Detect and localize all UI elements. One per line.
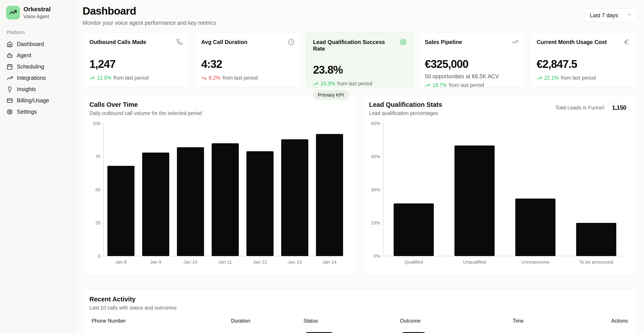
- svg-text:75: 75: [96, 154, 100, 159]
- charts-row: Calls Over Time Daily outbound call volu…: [82, 95, 637, 276]
- status-badge: Completed: [304, 332, 335, 333]
- sidebar-item-insights[interactable]: Insights: [5, 84, 70, 95]
- sidebar-item-settings[interactable]: Settings: [5, 106, 70, 117]
- kpi-title: Outbound Calls Made: [90, 39, 146, 45]
- bot-icon: [7, 52, 13, 59]
- kpi-icon-wrap: [288, 39, 294, 46]
- period-selector[interactable]: Last 7 days: [584, 8, 637, 22]
- main-content: Dashboard Monitor your voice agent perfo…: [76, 0, 644, 333]
- trending-up-icon: [425, 83, 430, 88]
- svg-text:Jan 13: Jan 13: [288, 259, 302, 265]
- sidebar-item-label: Insights: [17, 86, 36, 92]
- trending-up-icon: [9, 8, 17, 17]
- svg-text:Unresponsive: Unresponsive: [521, 259, 550, 265]
- column-header-phone-number: Phone Number: [92, 318, 231, 324]
- kpi-card-current-month-usage-cost: Current Month Usage Cost€2,847.522.1%fro…: [530, 32, 637, 88]
- trending-down-icon: [201, 75, 206, 81]
- lightbulb-icon: [7, 86, 13, 92]
- kpi-value: €2,847.5: [537, 58, 630, 70]
- recent-activity-title: Recent Activity: [90, 296, 630, 303]
- primary-kpi-badge: Primary KPI: [313, 90, 348, 100]
- svg-text:Qualified: Qualified: [404, 259, 423, 265]
- total-leads-label: Total Leads in Funnel:: [555, 105, 605, 111]
- lead-qualification-card: Lead Qualification Stats Lead qualificat…: [362, 95, 637, 276]
- kpi-icon-wrap: [176, 39, 183, 46]
- table-row: +1 (555) 123-45675:23CompletedQualified2…: [90, 328, 630, 333]
- trending-up-icon: [537, 75, 542, 81]
- sidebar-item-label: Settings: [17, 109, 37, 115]
- sidebar-section-label: Platform: [7, 30, 70, 35]
- recent-activity-table: Phone NumberDurationStatusOutcomeTimeAct…: [90, 315, 630, 333]
- svg-text:50: 50: [96, 187, 100, 192]
- svg-text:Unqualified: Unqualified: [463, 259, 486, 265]
- table-header-row: Phone NumberDurationStatusOutcomeTimeAct…: [90, 315, 630, 328]
- svg-text:0%: 0%: [373, 253, 380, 259]
- sidebar-item-dashboard[interactable]: Dashboard: [5, 38, 70, 50]
- kpi-trend-value: 22.1%: [544, 75, 558, 81]
- kpi-trend: 12.5%from last period: [90, 75, 183, 81]
- calls-over-time-chart: 0255075100Jan 8Jan 9Jan 10Jan 11Jan 12Ja…: [90, 120, 350, 266]
- trending-up-icon: [90, 75, 95, 81]
- brand-tagline: Voice Agent: [24, 14, 51, 19]
- svg-text:To be processed: To be processed: [579, 259, 613, 265]
- kpi-trend: 18.7%from last period: [425, 82, 518, 88]
- svg-text:15%: 15%: [371, 220, 380, 225]
- lead-chart-title: Lead Qualification Stats: [369, 101, 442, 108]
- kpi-icon-wrap: [624, 39, 630, 46]
- sidebar-item-label: Dashboard: [17, 41, 44, 47]
- calls-over-time-card: Calls Over Time Daily outbound call volu…: [82, 95, 358, 276]
- page-title: Dashboard: [82, 5, 637, 17]
- sidebar-item-integrations[interactable]: Integrations: [5, 72, 70, 84]
- calls-chart-subtitle: Daily outbound call volume for the selec…: [90, 110, 202, 116]
- euro-icon: [624, 39, 630, 45]
- clock-icon: [288, 39, 294, 45]
- calendar-icon: [7, 64, 13, 70]
- svg-text:60%: 60%: [371, 121, 380, 126]
- kpi-trend-value: 12.5%: [97, 75, 111, 81]
- trending-up-icon: [7, 75, 13, 81]
- recent-activity-card: Recent Activity Last 10 calls with statu…: [82, 289, 637, 333]
- outcome-badge: Qualified: [400, 332, 427, 333]
- column-header-time: Time: [512, 318, 606, 324]
- column-header-status: Status: [304, 318, 400, 324]
- period-selector-value: Last 7 days: [590, 12, 618, 18]
- svg-text:Jan 9: Jan 9: [150, 259, 161, 265]
- kpi-trend-label: from last period: [449, 82, 484, 88]
- svg-text:100: 100: [93, 121, 100, 126]
- sidebar-item-agent[interactable]: Agent: [5, 50, 70, 61]
- sidebar-item-label: Billing/Usage: [17, 97, 49, 104]
- kpi-card-row: Outbound Calls Made1,24712.5%from last p…: [82, 32, 637, 88]
- column-header-outcome: Outcome: [400, 318, 512, 324]
- kpi-card-lead-qualification-success-rate: Lead Qualification Success Rate23.8%15.3…: [306, 32, 413, 88]
- kpi-title: Avg Call Duration: [201, 39, 248, 45]
- sidebar-item-billing-usage[interactable]: Billing/Usage: [5, 95, 70, 106]
- kpi-icon-wrap: [400, 39, 406, 46]
- kpi-trend-value: 8.2%: [209, 75, 220, 81]
- kpi-subvalue: 50 opportunities at €6.5K ACV: [425, 73, 518, 80]
- kpi-trend-label: from last period: [223, 75, 258, 81]
- svg-text:Jan 14: Jan 14: [322, 259, 336, 265]
- kpi-title: Sales Pipeline: [425, 39, 462, 45]
- kpi-value: 4:32: [201, 58, 294, 70]
- kpi-trend-label: from last period: [561, 75, 596, 81]
- app-root: Orkestral Voice Agent Platform Dashboard…: [0, 0, 644, 333]
- kpi-trend: 15.3%from last period: [313, 81, 406, 87]
- target-icon: [400, 39, 406, 45]
- lead-qualification-chart: 0%15%30%45%60%QualifiedUnqualifiedUnresp…: [369, 120, 630, 266]
- kpi-trend-label: from last period: [114, 75, 149, 81]
- svg-text:Jan 12: Jan 12: [253, 259, 267, 265]
- kpi-card-sales-pipeline: Sales Pipeline€325,00050 opportunities a…: [418, 32, 525, 88]
- kpi-trend: 8.2%from last period: [201, 75, 294, 81]
- svg-text:30%: 30%: [371, 187, 380, 192]
- trending-up-icon: [512, 39, 518, 45]
- svg-text:Jan 8: Jan 8: [115, 259, 126, 265]
- svg-text:Jan 11: Jan 11: [218, 259, 232, 265]
- table-body: +1 (555) 123-45675:23CompletedQualified2…: [90, 328, 630, 333]
- kpi-icon-wrap: [512, 39, 518, 46]
- sidebar-item-scheduling[interactable]: Scheduling: [5, 61, 70, 72]
- kpi-trend: 22.1%from last period: [537, 75, 630, 81]
- sidebar-item-label: Scheduling: [17, 63, 44, 70]
- sidebar-item-label: Agent: [17, 52, 31, 59]
- phone-icon: [176, 39, 183, 45]
- kpi-trend-value: 15.3%: [320, 81, 335, 87]
